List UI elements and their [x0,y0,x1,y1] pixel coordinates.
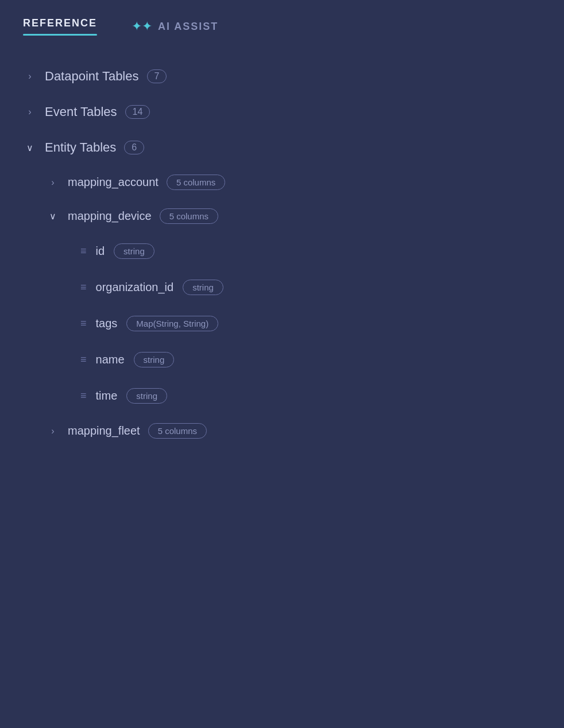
field-name: time [96,389,118,402]
section-event-tables[interactable]: › Event Tables 14 [23,94,541,130]
tab-ai-assist[interactable]: ✦✦ AI ASSIST [132,19,218,34]
field-organization-id: ≡ organization_id string [23,269,541,305]
list-icon: ≡ [80,317,87,330]
ai-assist-tab-label: AI ASSIST [158,21,218,33]
section-label: Datapoint Tables [45,69,139,84]
field-name: ≡ name string [23,342,541,378]
tab-underline [23,34,97,36]
table-mapping-device[interactable]: ∨ mapping_device 5 columns [23,199,541,233]
chevron-down-icon: ∨ [46,211,60,222]
count-badge: 14 [125,105,150,119]
list-icon: ≡ [80,390,87,402]
chevron-right-icon: › [46,426,60,436]
list-icon: ≡ [80,245,87,257]
type-badge: string [183,280,223,295]
type-badge: string [134,352,175,367]
columns-badge: 5 columns [167,175,225,190]
ai-sparkle-icon: ✦✦ [132,19,152,34]
main-container: REFERENCE ✦✦ AI ASSIST › Datapoint Table… [0,0,564,465]
section-entity-tables[interactable]: ∨ Entity Tables 6 [23,130,541,165]
field-tags: ≡ tags Map(String, String) [23,305,541,342]
type-badge: string [126,388,167,404]
chevron-right-icon: › [46,177,60,188]
chevron-right-icon: › [23,71,37,82]
section-label: Entity Tables [45,140,116,155]
section-datapoint-tables[interactable]: › Datapoint Tables 7 [23,59,541,94]
table-mapping-fleet[interactable]: › mapping_fleet 5 columns [23,414,541,448]
field-name: id [96,245,105,258]
chevron-down-icon: ∨ [23,142,37,153]
field-id: ≡ id string [23,233,541,269]
count-badge: 6 [124,141,144,154]
list-icon: ≡ [80,354,87,366]
list-icon: ≡ [80,281,87,293]
columns-badge: 5 columns [160,208,218,224]
header: REFERENCE ✦✦ AI ASSIST [23,17,541,36]
type-badge: Map(String, String) [126,316,218,331]
tab-reference[interactable]: REFERENCE [23,17,97,36]
table-mapping-account[interactable]: › mapping_account 5 columns [23,165,541,199]
section-label: Event Tables [45,104,117,119]
field-time: ≡ time string [23,378,541,414]
chevron-right-icon: › [23,107,37,117]
reference-tab-label: REFERENCE [23,17,97,29]
count-badge: 7 [147,69,167,83]
type-badge: string [114,243,154,259]
columns-badge: 5 columns [148,423,207,439]
field-name: organization_id [96,281,174,294]
table-label: mapping_account [68,176,159,189]
field-name: tags [96,317,118,330]
table-label: mapping_device [68,210,152,223]
field-name: name [96,353,125,366]
table-label: mapping_fleet [68,424,140,437]
